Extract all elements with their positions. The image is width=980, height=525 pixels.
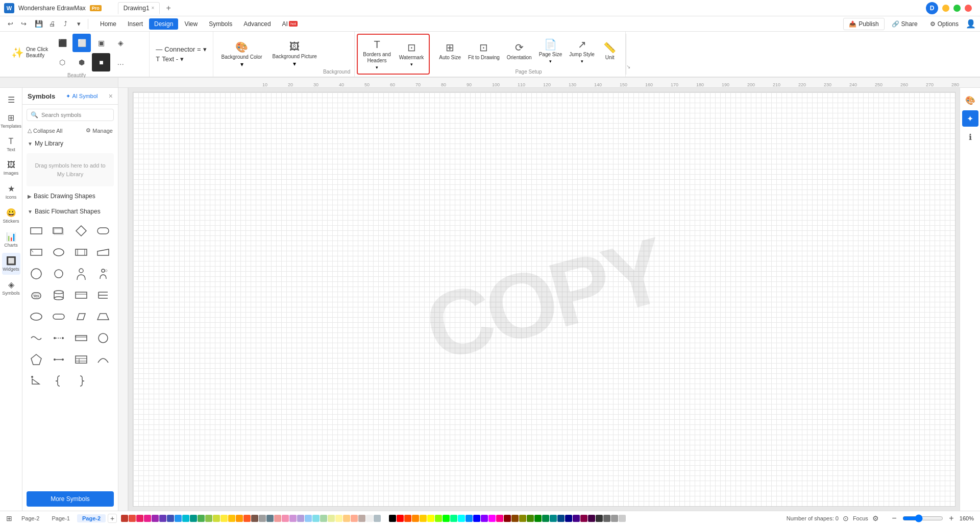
right-tool-format[interactable]: 🎨 <box>962 92 978 108</box>
color-swatch[interactable] <box>588 515 595 522</box>
sidebar-tool-stickers[interactable]: 😀 Stickers <box>2 205 20 227</box>
color-swatch[interactable] <box>259 515 266 522</box>
color-swatch[interactable] <box>182 515 189 522</box>
color-swatch[interactable] <box>129 515 136 522</box>
sidebar-tool-text[interactable]: T Text <box>2 134 20 155</box>
collapse-all-button[interactable]: △ Collapse All <box>28 127 62 134</box>
color-swatch[interactable] <box>381 515 388 522</box>
view-toggle-button[interactable]: ⊞ <box>6 514 12 522</box>
sidebar-tool-charts[interactable]: 📊 Charts <box>2 229 20 251</box>
close-button[interactable] <box>965 5 972 12</box>
jump-style-button[interactable]: ↗ Jump Style ▾ <box>566 36 597 66</box>
shape-preset-more[interactable]: … <box>111 53 130 71</box>
account-icon[interactable]: 👤 <box>966 19 976 29</box>
shape-item-actor[interactable] <box>93 264 113 283</box>
shape-item-brace-open[interactable] <box>49 371 68 391</box>
basic-drawing-header[interactable]: ▶ Basic Drawing Shapes <box>28 190 113 202</box>
settings-icon[interactable]: ⚙ <box>872 514 879 522</box>
color-swatch[interactable] <box>282 515 289 522</box>
color-swatch[interactable] <box>488 515 496 522</box>
color-swatch[interactable] <box>443 515 450 522</box>
sidebar-tool-symbols[interactable]: ◈ Symbols <box>2 277 20 299</box>
color-swatch[interactable] <box>366 515 373 522</box>
color-swatch[interactable] <box>619 515 626 522</box>
manage-button[interactable]: ⚙ Manage <box>86 127 113 134</box>
shape-preset-5[interactable]: ⬡ <box>53 53 71 71</box>
menu-advanced[interactable]: Advanced <box>238 18 276 30</box>
shape-item-brace-close[interactable] <box>71 371 91 391</box>
color-swatch[interactable] <box>504 515 511 522</box>
page-tab-page1[interactable]: Page-1 <box>46 514 75 522</box>
shape-item-rect-notch[interactable] <box>27 243 46 262</box>
shape-item-bracket[interactable] <box>93 285 113 305</box>
page-tab-page2-prev[interactable]: Page-2 <box>16 514 44 522</box>
add-page-button[interactable]: + <box>108 514 117 523</box>
shape-item-manual[interactable] <box>93 243 113 262</box>
options-button[interactable]: ⚙Options <box>925 18 964 30</box>
color-swatch[interactable] <box>243 515 251 522</box>
color-swatch[interactable] <box>312 515 320 522</box>
shape-item-wave[interactable] <box>27 328 46 348</box>
unit-button[interactable]: 📏 Unit <box>599 39 621 63</box>
tab-close-icon[interactable]: × <box>152 5 155 11</box>
color-swatch[interactable] <box>435 515 442 522</box>
sidebar-tool-icons[interactable]: ★ Icons <box>2 181 20 203</box>
menu-design[interactable]: Design <box>149 18 178 30</box>
color-swatch[interactable] <box>289 515 297 522</box>
export-button[interactable]: ⤴ <box>59 18 71 30</box>
color-swatch[interactable] <box>205 515 212 522</box>
shape-item-cylinder[interactable] <box>49 285 68 305</box>
sidebar-tool-templates[interactable]: ⊞ Templates <box>2 110 20 132</box>
color-swatch[interactable] <box>550 515 557 522</box>
shape-item-arc[interactable] <box>93 350 113 369</box>
shape-item-rect-rounded-alt[interactable] <box>93 221 113 241</box>
shape-preset-6[interactable]: ⬢ <box>72 53 91 71</box>
page-setup-expand[interactable]: ↘ <box>626 64 630 69</box>
sidebar-tool-widgets[interactable]: 🔲 Widgets <box>2 253 20 275</box>
drawing-canvas[interactable]: COPY <box>133 92 955 507</box>
shape-preset-3[interactable]: ▣ <box>92 34 110 52</box>
shape-item-banner[interactable] <box>71 328 91 348</box>
menu-insert[interactable]: Insert <box>122 18 148 30</box>
my-library-drop-zone[interactable]: Drag symbols here to add to My Library <box>27 153 114 186</box>
shape-item-parallelogram[interactable] <box>71 307 91 326</box>
color-swatch[interactable] <box>136 515 143 522</box>
color-swatch[interactable] <box>580 515 587 522</box>
color-swatch[interactable] <box>404 515 411 522</box>
shape-preset-1[interactable]: ⬛ <box>53 34 71 52</box>
menu-view[interactable]: View <box>179 18 203 30</box>
shape-item-oval[interactable] <box>27 307 46 326</box>
more-button[interactable]: ▾ <box>72 18 85 30</box>
color-swatch[interactable] <box>121 515 128 522</box>
search-input[interactable] <box>27 109 114 121</box>
color-swatch[interactable] <box>458 515 465 522</box>
color-swatch[interactable] <box>159 515 166 522</box>
color-swatch[interactable] <box>144 515 151 522</box>
color-swatch[interactable] <box>527 515 534 522</box>
drawing-tab[interactable]: Drawing1 × <box>118 2 160 14</box>
color-swatch[interactable] <box>236 515 243 522</box>
page-tab-page2-active[interactable]: Page-2 <box>77 514 106 522</box>
color-swatch[interactable] <box>320 515 327 522</box>
color-swatch[interactable] <box>228 515 235 522</box>
panel-close-icon[interactable]: × <box>109 92 113 100</box>
shape-item-pentagon[interactable] <box>27 350 46 369</box>
shape-item-rect[interactable] <box>27 221 46 241</box>
maximize-button[interactable] <box>953 5 961 12</box>
color-swatch[interactable] <box>152 515 159 522</box>
color-swatch[interactable] <box>603 515 610 522</box>
color-swatch[interactable] <box>519 515 526 522</box>
color-swatch[interactable] <box>266 515 274 522</box>
color-swatch[interactable] <box>251 515 258 522</box>
shape-item-line-connector[interactable] <box>49 328 68 348</box>
print-button[interactable]: 🖨 <box>46 18 58 30</box>
color-swatch[interactable] <box>343 515 350 522</box>
background-picture-button[interactable]: 🖼 Background Picture ▾ <box>268 39 321 69</box>
undo-button[interactable]: ↩ <box>4 18 16 30</box>
color-swatch[interactable] <box>611 515 618 522</box>
shape-preset-2[interactable]: ⬜ <box>72 34 91 52</box>
new-tab-button[interactable]: + <box>166 4 170 13</box>
color-swatch[interactable] <box>328 515 335 522</box>
shape-item-circle2[interactable] <box>49 264 68 283</box>
menu-ai[interactable]: AI hot <box>277 18 303 30</box>
